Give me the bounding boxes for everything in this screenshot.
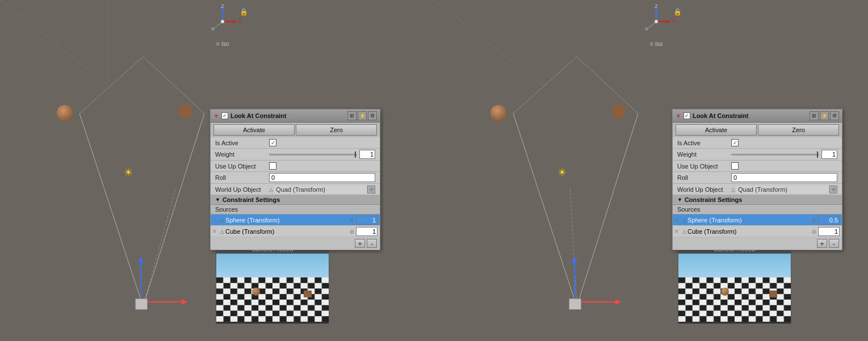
world-up-target-btn-right[interactable]: ◎ — [829, 186, 837, 193]
sphere-object-left[interactable] — [57, 105, 73, 121]
world-up-object-field-right: △ Quad (Transform) ◎ — [731, 186, 837, 193]
use-up-object-check-left[interactable] — [269, 162, 276, 170]
svg-line-16 — [143, 113, 204, 306]
source-icon-2-right: △ — [682, 229, 686, 234]
source-eye-1-left[interactable]: ◎ — [350, 217, 354, 223]
world-up-object-row-left: World Up Object △ Quad (Transform) ◎ — [211, 184, 380, 195]
weight-slider-left[interactable] — [269, 154, 357, 155]
is-active-row-left: Is Active ✓ — [211, 137, 380, 149]
source-weight-2-left[interactable]: 1 — [356, 227, 378, 236]
weight-slider-right[interactable] — [731, 154, 819, 155]
z-axis-label-left: Z — [221, 3, 224, 9]
x-axis-label-right: X — [672, 18, 676, 24]
panel-icon-copy-right[interactable]: ⚡ — [820, 111, 829, 120]
panel-icon-settings-left[interactable]: ⊞ — [347, 111, 357, 120]
nav-gizmo-right[interactable]: Z X ≡ Iso — [639, 5, 673, 47]
weight-value-right[interactable]: 1 — [821, 150, 837, 159]
source-drag-1-left: ≡ — [213, 217, 219, 223]
svg-line-26 — [434, 0, 604, 85]
panel-icon-copy-left[interactable]: ⚡ — [358, 111, 367, 120]
z-axis-label-right: Z — [655, 3, 658, 9]
use-up-object-check-right[interactable] — [731, 162, 739, 170]
source-icon-1-left: △ — [220, 217, 224, 223]
source-row-2-left[interactable]: ≡ △ Cube (Transform) ◎ 1 — [211, 226, 380, 237]
panel-enable-check-left[interactable]: ✓ — [221, 112, 228, 119]
source-name-2-left: Cube (Transform) — [225, 228, 348, 235]
remove-source-button-left[interactable]: - — [367, 239, 377, 248]
add-source-button-right[interactable]: + — [817, 239, 827, 248]
nav-gizmo-left[interactable]: Z X ≡ Iso — [206, 5, 240, 47]
source-row-1-left[interactable]: ≡ △ Sphere (Transform) ◎ 1 — [211, 214, 380, 226]
svg-line-17 — [79, 57, 143, 113]
svg-point-39 — [655, 20, 658, 23]
is-active-row-right: Is Active ✓ — [673, 137, 842, 149]
svg-rect-24 — [216, 277, 329, 322]
constraint-settings-header-left[interactable]: ▼ Constraint Settings — [211, 195, 380, 205]
viewport-left[interactable]: Z X ≡ Iso 🔒 ☀ ▼ ✓ Look — [0, 0, 434, 341]
camera-object-right[interactable] — [569, 298, 581, 310]
world-up-target-btn-left[interactable]: ◎ — [367, 186, 375, 193]
activate-button-right[interactable]: Activate — [676, 124, 757, 136]
zero-button-right[interactable]: Zero — [758, 124, 839, 136]
svg-point-14 — [221, 20, 224, 23]
sun-light-left[interactable]: ☀ — [124, 166, 133, 179]
source-eye-1-right[interactable]: ◎ — [812, 217, 816, 223]
source-drag-1-right: ≡ — [675, 217, 681, 223]
panel-collapse-arrow-left[interactable]: ▼ — [213, 113, 219, 119]
camera-preview-content-right — [678, 254, 791, 322]
cube-object-left[interactable] — [178, 104, 192, 118]
panel-icon-settings-right[interactable]: ⊞ — [810, 111, 819, 120]
is-active-checkbox-left[interactable]: ✓ — [269, 139, 276, 146]
is-active-checkbox-right[interactable]: ✓ — [731, 139, 739, 146]
svg-line-25 — [434, 0, 604, 85]
remove-source-button-right[interactable]: - — [829, 239, 839, 248]
iso-label-left: Iso — [221, 41, 229, 47]
panel-collapse-arrow-right[interactable]: ▼ — [676, 113, 681, 119]
source-name-1-left: Sphere (Transform) — [225, 217, 348, 224]
source-eye-2-right[interactable]: ◎ — [812, 229, 816, 234]
roll-label-left: Roll — [215, 174, 269, 181]
sphere-object-right[interactable] — [490, 105, 506, 121]
source-weight-1-left[interactable]: 1 — [356, 216, 378, 225]
constraint-settings-label-left: Constraint Settings — [223, 196, 280, 203]
world-up-object-field-left: △ Quad (Transform) ◎ — [269, 186, 375, 193]
add-source-button-left[interactable]: + — [355, 239, 365, 248]
source-icon-1-right: △ — [682, 217, 686, 223]
viewport-right[interactable]: Z X ≡ Iso 🔒 ☀ ▼ ✓ Look At Constraint — [434, 0, 867, 341]
roll-value-left[interactable]: 0 — [269, 173, 375, 182]
x-axis-label-left: X — [238, 18, 242, 24]
svg-line-15 — [79, 113, 143, 306]
zero-button-left[interactable]: Zero — [296, 124, 377, 136]
source-drag-2-right: ≡ — [675, 228, 681, 234]
roll-row-right: Roll 0 — [673, 172, 842, 184]
panel-title-icons-left: ⊞ ⚡ ⚙ — [347, 111, 377, 120]
panel-icon-gear-left[interactable]: ⚙ — [368, 111, 377, 120]
sun-light-right[interactable]: ☀ — [557, 166, 567, 179]
is-active-label-left: Is Active — [215, 140, 269, 146]
panel-icon-gear-right[interactable]: ⚙ — [830, 111, 839, 120]
svg-marker-11 — [233, 20, 236, 23]
camera-object-left[interactable] — [135, 298, 148, 310]
svg-point-13 — [211, 27, 215, 31]
source-row-2-right[interactable]: ≡ △ Cube (Transform) ◎ 1 — [673, 226, 842, 237]
source-weight-2-right[interactable]: 1 — [818, 227, 840, 236]
source-row-1-right[interactable]: ≡ △ Sphere (Transform) ◎ 0.5 — [673, 214, 842, 226]
svg-line-40 — [513, 113, 577, 306]
source-weight-1-right[interactable]: 0.5 — [818, 216, 840, 225]
is-active-label-right: Is Active — [677, 140, 731, 146]
roll-value-right[interactable]: 0 — [731, 173, 837, 182]
cube-object-right[interactable] — [612, 104, 626, 118]
weight-slider-container-left: 1 — [269, 150, 375, 159]
activate-button-left[interactable]: Activate — [213, 124, 295, 136]
panel-enable-check-right[interactable]: ✓ — [684, 112, 690, 119]
svg-marker-36 — [666, 20, 670, 23]
blue-arrow-right — [574, 262, 575, 296]
constraint-settings-header-right[interactable]: ▼ Constraint Settings — [673, 195, 842, 205]
world-up-icon-left: △ — [269, 187, 273, 192]
panel-title-icons-right: ⊞ ⚡ ⚙ — [810, 111, 839, 120]
weight-value-left[interactable]: 1 — [359, 150, 375, 159]
source-eye-2-left[interactable]: ◎ — [350, 229, 354, 234]
source-icon-2-left: △ — [220, 229, 224, 234]
constraint-settings-arrow-right: ▼ — [677, 197, 682, 203]
world-up-icon-right: △ — [731, 187, 735, 192]
